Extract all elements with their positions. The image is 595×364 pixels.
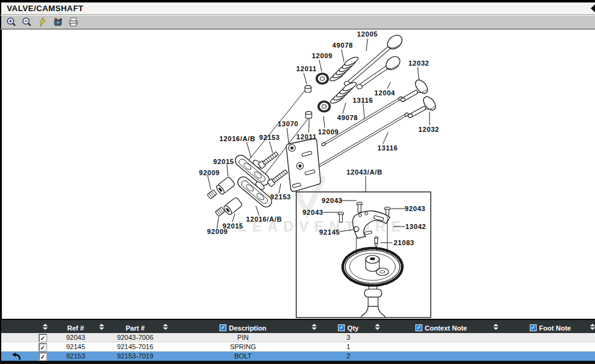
context-note-column-checkbox[interactable]: ✓ — [415, 324, 422, 331]
part-label-12032[interactable]: 12032 — [408, 59, 430, 67]
description-cell: SPRING — [181, 342, 305, 352]
diagram-canvas[interactable]: LEADVENTURE — [0, 30, 595, 319]
titlebar-corner-glyph — [591, 4, 595, 12]
ref-cell: 92043 — [45, 333, 107, 342]
part-label-13070[interactable]: 13070 — [278, 120, 299, 128]
zoom-in-button[interactable] — [6, 17, 17, 28]
column-label: Context Note — [425, 324, 467, 332]
part-label-12032[interactable]: 12032 — [418, 126, 439, 133]
part-label-12011[interactable]: 12011 — [296, 133, 317, 141]
column-header-ref[interactable]: Ref # — [68, 321, 84, 334]
description-cell: PIN — [181, 333, 305, 342]
description-column-checkbox[interactable]: ✓ — [219, 324, 226, 331]
print-button[interactable] — [68, 17, 79, 28]
ref-cell: 92153 — [45, 352, 107, 361]
lightning-select-button[interactable] — [37, 17, 48, 28]
context-note-cell — [398, 333, 485, 342]
part-label-12005[interactable]: 12005 — [357, 30, 378, 38]
sort-icon[interactable] — [99, 324, 104, 330]
part-label-13116[interactable]: 13116 — [353, 97, 373, 104]
part-cell: 92153-7019 — [98, 352, 172, 361]
parts-table: Ref # Part # ✓ Description ✓ Qty ✓ Conte… — [0, 319, 595, 361]
sort-icon[interactable] — [163, 324, 168, 330]
parts-catalog-window: VALVE/CAMSHAFT — [0, 0, 595, 364]
zoom-in-icon — [6, 17, 17, 27]
part-label-92015[interactable]: 92015 — [213, 158, 234, 165]
part-label-49078[interactable]: 49078 — [332, 41, 353, 49]
column-header-foot-note[interactable]: ✓ Foot Note — [530, 321, 571, 334]
column-header-qty[interactable]: ✓ Qty — [338, 321, 358, 334]
table-row[interactable]: ✓ 92145 92145-7016 SPRING 1 — [1, 342, 595, 352]
part-labels-layer: 1200549078120091201112032120041311649078… — [2, 30, 595, 319]
part-label-12016-A-B[interactable]: 12016/A/B — [219, 135, 255, 142]
diagram-toolbar — [0, 15, 595, 30]
foot-note-column-checkbox[interactable]: ✓ — [530, 324, 537, 331]
window-bottom-border — [0, 361, 595, 364]
part-label-92043[interactable]: 92043 — [322, 197, 343, 204]
selected-row-arrow-icon — [11, 352, 21, 361]
part-label-12011[interactable]: 12011 — [296, 65, 317, 72]
part-label-92043[interactable]: 92043 — [405, 205, 426, 212]
column-label: Description — [229, 324, 267, 332]
qty-column-checkbox[interactable]: ✓ — [338, 324, 345, 331]
foot-note-cell — [509, 333, 590, 342]
foot-note-cell — [509, 342, 590, 352]
qty-cell: 3 — [319, 333, 377, 342]
column-header-description[interactable]: ✓ Description — [219, 321, 267, 334]
sort-icon[interactable] — [375, 324, 380, 330]
printer-icon — [68, 17, 79, 27]
part-label-12016-A-B[interactable]: 12016/A/B — [246, 215, 282, 223]
zoom-out-button[interactable] — [21, 17, 32, 28]
part-label-12009[interactable]: 12009 — [318, 128, 339, 136]
part-label-92145[interactable]: 92145 — [319, 228, 340, 236]
context-note-cell — [398, 342, 485, 352]
sort-icon[interactable] — [312, 324, 317, 330]
hotspot-tool-button[interactable] — [52, 17, 63, 28]
part-label-12004[interactable]: 12004 — [374, 89, 395, 97]
context-note-cell — [398, 352, 485, 361]
part-label-92009[interactable]: 92009 — [207, 228, 228, 235]
column-header-part[interactable]: Part # — [126, 321, 145, 334]
part-label-92043[interactable]: 92043 — [302, 209, 324, 216]
ref-cell: 92145 — [45, 342, 107, 352]
part-label-92153[interactable]: 92153 — [259, 134, 280, 141]
part-label-92009[interactable]: 92009 — [199, 169, 220, 176]
part-label-13116[interactable]: 13116 — [377, 144, 398, 152]
zoom-out-icon — [22, 17, 32, 27]
part-label-13042[interactable]: 13042 — [405, 223, 426, 230]
column-label: Part # — [126, 324, 145, 332]
qty-cell: 2 — [319, 352, 377, 361]
sort-icon[interactable] — [43, 324, 48, 330]
hotspot-icon — [53, 17, 63, 27]
parts-table-header: Ref # Part # ✓ Description ✓ Qty ✓ Conte… — [1, 319, 595, 333]
column-label: Ref # — [68, 324, 84, 332]
diagram-titlebar: VALVE/CAMSHAFT — [0, 2, 595, 15]
table-row[interactable]: ✓ 92043 92043-7006 PIN 3 — [1, 333, 595, 342]
column-label: Qty — [347, 324, 358, 332]
sort-icon[interactable] — [493, 324, 498, 330]
part-label-12009[interactable]: 12009 — [312, 52, 333, 59]
qty-cell: 1 — [319, 342, 377, 352]
column-label: Foot Note — [539, 324, 571, 332]
part-cell: 92145-7016 — [98, 342, 172, 352]
part-label-49078[interactable]: 49078 — [337, 114, 358, 121]
part-cell: 92043-7006 — [98, 333, 172, 342]
column-header-context-note[interactable]: ✓ Context Note — [415, 321, 467, 334]
part-label-21083[interactable]: 21083 — [394, 239, 415, 246]
lightning-icon — [37, 17, 48, 27]
description-cell: BOLT — [181, 352, 305, 361]
foot-note-cell — [509, 352, 590, 361]
part-label-92153[interactable]: 92153 — [270, 193, 291, 201]
table-row-selected[interactable]: ✓ 92153 92153-7019 BOLT 2 — [1, 352, 595, 361]
sort-icon[interactable] — [590, 324, 595, 330]
page-title: VALVE/CAMSHAFT — [7, 4, 84, 13]
part-label-12043-A-B[interactable]: 12043/A/B — [346, 168, 382, 176]
